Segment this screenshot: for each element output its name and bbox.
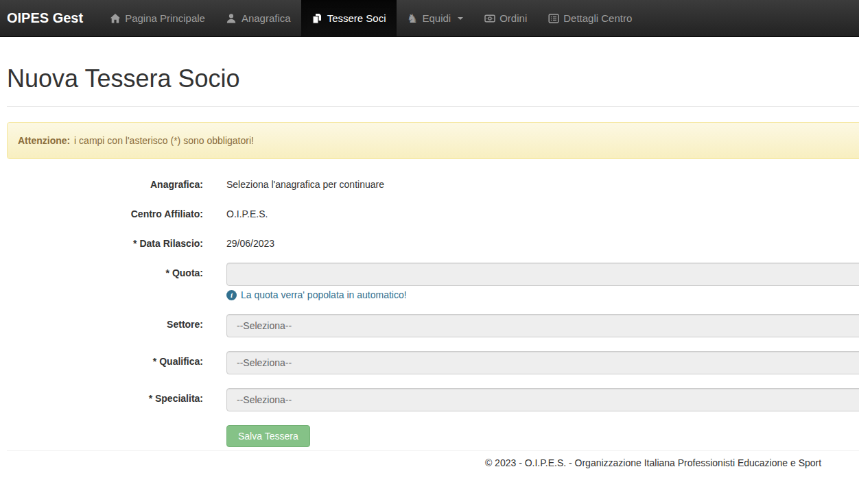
nav-label: Tessere Soci [327, 12, 386, 24]
centro-affiliato-label: Centro Affiliato: [7, 204, 226, 219]
warning-alert: Attenzione: i campi con l'asterisco (*) … [7, 122, 859, 159]
title-divider [7, 106, 859, 107]
form-row-centro-affiliato: Centro Affiliato: O.I.P.E.S. [7, 204, 859, 219]
form-row-save: Salva Tessera [7, 425, 859, 447]
home-icon [109, 12, 121, 24]
anagrafica-value: Seleziona l'anagrafica per continuare [226, 174, 859, 190]
nav-item-tessere-soci[interactable]: Tessere Soci [301, 0, 397, 36]
nav-label: Equidi [423, 12, 451, 24]
form-row-anagrafica: Anagrafica: Seleziona l'anagrafica per c… [7, 174, 859, 190]
quota-help: i La quota verra' popolata in automatico… [226, 289, 859, 300]
nav-item-anagrafica[interactable]: Anagrafica [215, 0, 301, 36]
specialita-select[interactable]: --Seleziona-- [226, 388, 859, 411]
specialita-label: * Specialita: [7, 388, 226, 411]
info-icon: i [226, 290, 237, 300]
top-navbar: OIPES Gest Pagina Principale Anagrafica [0, 0, 859, 37]
caret-down-icon [458, 17, 463, 20]
quota-help-text: La quota verra' popolata in automatico! [241, 289, 407, 300]
footer-divider [7, 450, 859, 451]
qualifica-label: * Qualifica: [7, 351, 226, 374]
centro-affiliato-value: O.I.P.E.S. [226, 204, 859, 219]
form-row-quota: * Quota: i La quota verra' popolata in a… [7, 263, 859, 300]
nav-item-ordini[interactable]: Ordini [473, 0, 537, 36]
data-rilascio-value: 29/06/2023 [226, 233, 859, 249]
alert-prefix: Attenzione: [18, 135, 70, 146]
main-nav: Pagina Principale Anagrafica Tessere Soc… [99, 0, 642, 36]
quota-label: * Quota: [7, 263, 226, 300]
form-row-data-rilascio: * Data Rilascio: 29/06/2023 [7, 233, 859, 249]
chess-knight-icon: ♞ [407, 12, 419, 24]
quota-input [226, 263, 859, 286]
app-brand[interactable]: OIPES Gest [0, 0, 93, 36]
page-container: Nuova Tessera Socio Attenzione: i campi … [7, 65, 859, 468]
duplicate-pages-icon [311, 12, 323, 24]
form-row-settore: Settore: --Seleziona-- [7, 314, 859, 337]
nav-item-equidi[interactable]: ♞ Equidi [397, 0, 474, 36]
form-row-specialita: * Specialita: --Seleziona-- [7, 388, 859, 411]
nav-label: Dettagli Centro [563, 12, 632, 24]
nav-label: Ordini [499, 12, 527, 24]
banknote-icon [484, 12, 495, 24]
user-icon [226, 12, 237, 24]
settore-label: Settore: [7, 314, 226, 337]
page-title: Nuova Tessera Socio [7, 65, 859, 93]
alert-text: i campi con l'asterisco (*) sono obbliga… [74, 135, 254, 146]
nav-item-pagina-principale[interactable]: Pagina Principale [99, 0, 215, 36]
anagrafica-label: Anagrafica: [7, 174, 226, 190]
settore-select[interactable]: --Seleziona-- [226, 314, 859, 337]
nav-label: Pagina Principale [125, 12, 205, 24]
form-row-qualifica: * Qualifica: --Seleziona-- [7, 351, 859, 374]
nav-label: Anagrafica [242, 12, 291, 24]
data-rilascio-label: * Data Rilascio: [7, 233, 226, 249]
qualifica-select[interactable]: --Seleziona-- [226, 351, 859, 374]
footer-text: © 2023 - O.I.P.E.S. - Organizzazione Ita… [7, 457, 859, 468]
tessera-form: Anagrafica: Seleziona l'anagrafica per c… [7, 174, 859, 447]
list-alt-icon [548, 12, 559, 24]
save-tessera-button[interactable]: Salva Tessera [226, 425, 310, 447]
nav-item-dettagli-centro[interactable]: Dettagli Centro [537, 0, 642, 36]
